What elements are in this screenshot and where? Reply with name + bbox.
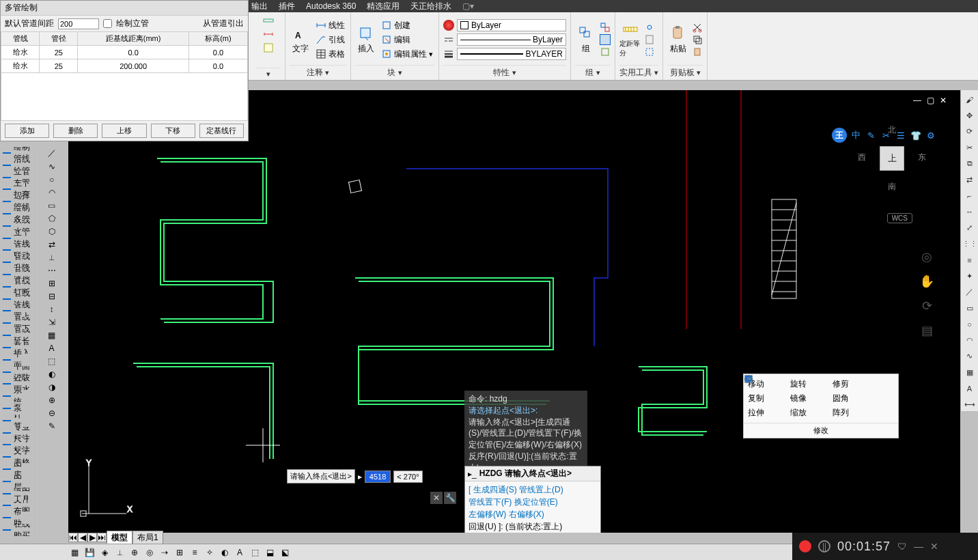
sidebar-item[interactable]: 在线购买 — [0, 524, 34, 536]
sidebar-item[interactable]: 尺寸标注 — [0, 439, 34, 451]
command-window[interactable]: ▸_HZDG 请输入终点<退出> [ 生成四通(S) 管线置上(D) 管线置下(… — [464, 466, 601, 533]
rec-close-icon[interactable]: ✕ — [930, 541, 938, 552]
sidebar-item[interactable]: 管线打断 — [0, 281, 34, 293]
sidebar-item[interactable]: 沿线绘管 — [0, 159, 34, 171]
sidebar-item[interactable]: 立管布置 — [0, 171, 34, 184]
pill-scissors-icon[interactable]: ✂ — [880, 129, 892, 141]
tool-explode-icon[interactable]: ✦ — [963, 270, 977, 283]
drawing-canvas[interactable]: — ▢ ✕ 王 中 ✎ ✂ ☰ 👕 ⚙ 北 南 东 西 上 WCS ◎ ✋ ⟳ … — [68, 90, 960, 533]
tool-icon[interactable]: ◑ — [46, 380, 57, 393]
tool-icon[interactable]: ▭ — [46, 199, 57, 212]
inline-angle-input[interactable]: < 270° — [393, 471, 422, 483]
sidebar-item[interactable]: 管线联动 — [0, 244, 34, 257]
tab-last-icon[interactable]: ⏭ — [97, 533, 107, 542]
sidebar-item[interactable]: 帮 助 — [0, 512, 34, 524]
move-button[interactable]: 移动 — [748, 378, 786, 390]
inline-distance-input[interactable]: 4518 — [365, 471, 391, 483]
nav-zoom-icon[interactable]: ▤ — [917, 321, 936, 340]
sidebar-item[interactable]: 绘制多管 — [0, 208, 34, 220]
table-row[interactable]: 给水25200.0000.0 — [1, 59, 248, 73]
pill-gear-icon[interactable]: ⚙ — [925, 129, 937, 141]
mirror-button[interactable]: 镜像 — [790, 393, 828, 404]
fillet-button[interactable]: 圆角 — [833, 393, 871, 404]
tool-icon[interactable]: ⟂ — [47, 251, 56, 264]
pause-icon[interactable]: || — [818, 540, 830, 552]
calc-icon[interactable] — [644, 34, 655, 45]
sidebar-item[interactable]: 平 面 — [0, 354, 34, 366]
status-qs-icon[interactable]: ◐ — [219, 546, 231, 559]
tool-arc-icon[interactable]: ◠ — [963, 334, 977, 348]
menu-tiancheng[interactable]: 天正给排水 — [410, 1, 451, 12]
lineweight-dropdown[interactable]: BYLAYER — [457, 48, 566, 60]
menu-a360[interactable]: Autodesk 360 — [306, 1, 356, 11]
tool-dim-icon[interactable]: ⟷ — [963, 398, 977, 412]
up-button[interactable]: 上移 — [102, 124, 146, 138]
tool-icon[interactable]: ⬚ — [46, 354, 57, 367]
viewcube-top[interactable]: 上 — [880, 146, 904, 171]
riser-checkbox[interactable] — [103, 19, 112, 28]
tool-icon[interactable]: A — [46, 341, 56, 354]
minimize-icon[interactable]: — — [913, 96, 921, 105]
delete-button[interactable]: 删除 — [53, 124, 98, 138]
tool-icon[interactable]: ∿ — [46, 160, 57, 173]
status-lw-icon[interactable]: ≡ — [188, 546, 201, 559]
cmdbar-close-icon[interactable]: ✕ — [430, 492, 443, 504]
copy-icon[interactable] — [692, 34, 703, 45]
baseline-button[interactable]: 定基线行 — [199, 124, 244, 138]
ungroup-icon[interactable] — [600, 22, 611, 33]
linetype-dropdown[interactable]: ByLayer — [457, 33, 566, 46]
pill-logo-icon[interactable]: 王 — [832, 128, 847, 143]
tool-icon[interactable]: ⇄ — [46, 238, 57, 251]
paste-special-icon[interactable] — [692, 46, 703, 57]
area-icon[interactable] — [262, 42, 275, 54]
status-save-icon[interactable]: 💾 — [83, 546, 96, 559]
record-icon[interactable] — [799, 540, 811, 552]
leader-button[interactable]: 引线 — [314, 33, 346, 46]
layer-color-dropdown[interactable]: ByLayer — [457, 19, 566, 31]
maximize-icon[interactable]: ▢ — [927, 96, 934, 105]
insert-block-button[interactable]: 插入 — [355, 20, 377, 59]
trim-button[interactable]: 修剪 — [833, 378, 871, 390]
tool-icon[interactable]: ⊕ — [46, 393, 57, 406]
tool-icon[interactable]: ⊟ — [46, 290, 57, 303]
status-snap-icon[interactable]: ◈ — [98, 546, 111, 559]
table-row[interactable]: 给水250.00.0 — [1, 46, 248, 59]
shield-icon[interactable]: 🛡 — [897, 541, 907, 552]
col-dia[interactable]: 管径 — [40, 32, 78, 46]
dim-linear-button[interactable]: 线性 — [314, 19, 346, 32]
pill-pencil-icon[interactable]: ✎ — [865, 129, 877, 141]
eraser-icon[interactable] — [875, 378, 894, 390]
tool-offset-icon[interactable]: ≡ — [963, 253, 977, 267]
tool-icon[interactable]: ○ — [47, 173, 56, 186]
sidebar-item[interactable]: 上下扣弯 — [0, 183, 34, 195]
tool-icon[interactable]: ⇲ — [46, 316, 57, 328]
sidebar-item[interactable]: 管线升降 — [0, 256, 34, 268]
sidebar-item[interactable]: 管线置下 — [0, 317, 34, 329]
sidebar-item[interactable]: 图 层 — [0, 475, 34, 488]
sidebar-item[interactable]: 选择管线 — [0, 195, 34, 208]
select-icon[interactable] — [644, 46, 655, 57]
sidebar-item[interactable]: 双线水管 — [0, 220, 34, 232]
explode-icon[interactable] — [875, 393, 894, 404]
col-dist[interactable]: 距基线距离(mm) — [78, 32, 189, 46]
dimension-icon[interactable] — [262, 28, 275, 40]
stretch-button[interactable]: 拉伸 — [748, 407, 786, 419]
linetype-icon[interactable] — [443, 34, 454, 45]
tool-text-icon[interactable]: A — [963, 382, 977, 395]
status-a-icon[interactable]: A — [234, 546, 246, 559]
block-attr-button[interactable]: 编辑属性 ▾ — [380, 48, 434, 61]
menu-plugin[interactable]: 插件 — [279, 1, 295, 12]
tool-fillet-icon[interactable]: ⌐ — [963, 189, 977, 203]
add-button[interactable]: 添加 — [5, 124, 49, 138]
sidebar-item[interactable]: 专业标注 — [0, 427, 34, 439]
tool-pline-icon[interactable]: ∿ — [963, 350, 977, 363]
tool-icon[interactable]: ／ — [46, 147, 58, 160]
tool-array-icon[interactable]: ⋮⋮ — [963, 238, 977, 251]
close-icon[interactable]: ✕ — [940, 96, 947, 105]
sidebar-item[interactable]: 立干连接 — [0, 232, 34, 244]
sidebar-item[interactable]: 管线延长 — [0, 329, 34, 341]
status-tr-icon[interactable]: ✧ — [204, 546, 216, 559]
copy-button[interactable]: 复制 — [748, 393, 786, 404]
nav-pan-icon[interactable]: ✋ — [917, 272, 936, 291]
measure-icon[interactable] — [262, 14, 275, 27]
